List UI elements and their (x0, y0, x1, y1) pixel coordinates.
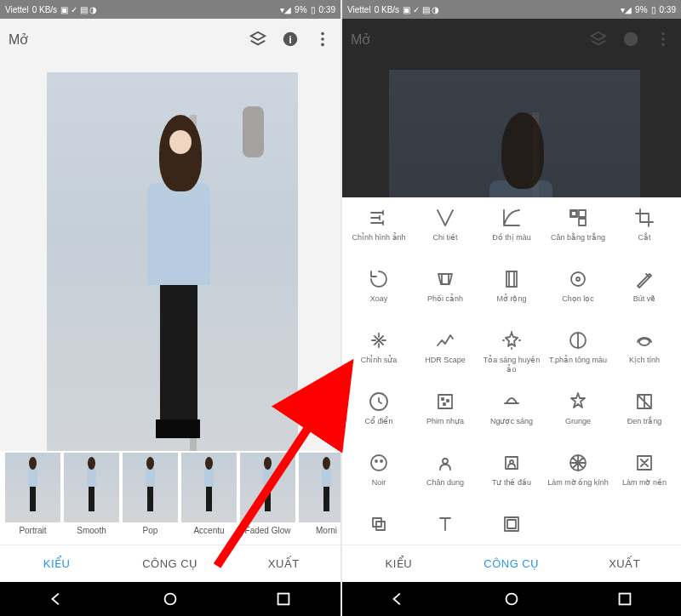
tool-expand[interactable]: Mở rộng (478, 265, 545, 327)
tool-crop[interactable]: Cắt (611, 204, 678, 265)
head-icon (501, 453, 522, 473)
tool-tune[interactable]: Chỉnh hình ảnh (346, 204, 412, 265)
tab-styles[interactable]: KIỂU (0, 545, 113, 582)
wb-icon (568, 208, 588, 228)
tool-head[interactable]: Tư thế đầu (478, 449, 545, 510)
tool-retrolux[interactable]: Ngược sáng (478, 388, 545, 449)
filter-label: Portrait (5, 526, 60, 535)
tab-export[interactable]: XUẤT (568, 545, 681, 582)
tool-brush[interactable]: Bút vẽ (611, 265, 678, 327)
vignette-icon (634, 453, 655, 473)
tool-wb[interactable]: Cân bằng trắng (545, 204, 611, 265)
tool-healing[interactable]: Chỉnh sửa (346, 327, 412, 388)
filter-strip[interactable]: PortraitSmoothPopAccentuFaded GlowMorni (0, 451, 340, 545)
tool-label: Tỏa sáng huyền ảo (480, 356, 543, 374)
tool-label: Chi tiết (432, 233, 457, 242)
bottom-tabs: KIỂU CÔNG CỤ XUẤT (342, 545, 681, 582)
overflow-menu-icon (654, 30, 672, 48)
double-icon (369, 514, 389, 534)
svg-point-11 (506, 594, 518, 605)
tool-grainy[interactable]: Phim nhựa (412, 388, 478, 449)
tool-hdr[interactable]: HDR Scape (412, 327, 478, 388)
tool-tonal[interactable]: T.phản tông màu (545, 327, 611, 388)
tool-lens[interactable]: Làm mờ ống kính (545, 449, 611, 510)
svg-point-5 (165, 594, 176, 605)
details-icon (435, 208, 455, 228)
nav-recents-icon[interactable] (274, 590, 293, 608)
filter-thumb[interactable]: Smooth (64, 453, 119, 545)
tool-frames[interactable] (478, 510, 545, 545)
filter-thumb[interactable]: Portrait (5, 453, 60, 545)
android-nav-bar (0, 582, 340, 616)
tool-portrait[interactable]: Chân dung (412, 449, 478, 510)
tool-grunge[interactable]: Grunge (545, 388, 611, 449)
svg-point-8 (661, 32, 665, 36)
tab-export[interactable]: XUẤT (227, 545, 340, 582)
carrier-label: Viettel (5, 5, 29, 14)
filter-thumb[interactable]: Morni (299, 453, 340, 545)
photo-canvas[interactable] (0, 60, 340, 451)
tool-label: Noir (372, 478, 386, 488)
svg-point-7 (624, 32, 638, 47)
overflow-menu-icon[interactable] (313, 30, 332, 48)
bottom-tabs: KIỂU CÔNG CỤ XUẤT (0, 545, 340, 582)
tool-details[interactable]: Chi tiết (412, 204, 478, 265)
grunge-icon (568, 391, 588, 412)
layers-icon[interactable] (249, 30, 267, 48)
time-label: 0:39 (660, 5, 676, 14)
wifi-icon: ▾◢ (621, 5, 632, 14)
tab-tools[interactable]: CÔNG CỤ (113, 545, 226, 582)
tool-bw[interactable]: Đen trắng (611, 388, 678, 449)
svg-point-4 (321, 43, 324, 47)
tool-selective[interactable]: Chọn lọc (545, 265, 611, 327)
tool-noir[interactable]: Noir (346, 449, 412, 510)
portrait-icon (435, 453, 455, 473)
svg-point-3 (321, 37, 324, 41)
tab-tools[interactable]: CÔNG CỤ (455, 545, 569, 582)
tool-vintage[interactable]: Cổ điển (346, 388, 412, 449)
bw-icon (634, 391, 655, 412)
status-bar: Viettel 0 KB/s ▣ ✓ ▤ ◑ ▾◢ 9% ▯ 0:39 (342, 0, 681, 19)
tool-vignette[interactable]: Làm mờ nền (611, 449, 678, 510)
tab-styles[interactable]: KIỂU (342, 545, 455, 582)
tool-label: Phim nhựa (426, 417, 464, 426)
expand-icon (501, 269, 522, 289)
healing-icon (369, 330, 389, 351)
tool-double[interactable] (346, 510, 412, 545)
open-button[interactable]: Mở (9, 31, 249, 48)
speed-label: 0 KB/s (375, 5, 399, 14)
info-icon[interactable]: i (281, 30, 300, 48)
nav-home-icon[interactable] (161, 590, 180, 608)
frames-icon (501, 514, 522, 534)
nav-back-icon[interactable] (389, 590, 408, 608)
tool-glamour[interactable]: Tỏa sáng huyền ảo (478, 327, 545, 388)
speed-label: 0 KB/s (32, 5, 57, 14)
tool-label: HDR Scape (425, 356, 466, 365)
dimmed-background[interactable]: Mở (342, 19, 681, 197)
tool-rotate[interactable]: Xoay (346, 265, 412, 327)
tool-label: Phối cảnh (427, 294, 463, 304)
tool-label: Làm mờ nền (622, 478, 667, 488)
nav-back-icon[interactable] (48, 590, 66, 608)
tool-drama[interactable]: Kịch tính (611, 327, 678, 388)
tool-label: Chọn lọc (562, 294, 594, 304)
tool-label: T.phản tông màu (549, 356, 607, 365)
nav-home-icon[interactable] (502, 590, 521, 608)
filter-thumb[interactable]: Pop (123, 453, 178, 545)
tool-text[interactable] (412, 510, 478, 545)
battery-label: 9% (635, 5, 647, 14)
tool-label: Chỉnh hình ảnh (352, 233, 405, 242)
tool-perspective[interactable]: Phối cảnh (412, 265, 478, 327)
status-icons: ▣ ✓ ▤ ◑ (60, 5, 97, 14)
svg-point-10 (661, 43, 665, 47)
tool-label: Kịch tính (629, 356, 660, 365)
tool-label: Grunge (565, 417, 591, 426)
battery-icon: ▯ (651, 5, 656, 14)
hdr-icon (435, 330, 455, 351)
tool-curves[interactable]: Đồ thị màu (478, 204, 545, 265)
nav-recents-icon[interactable] (615, 590, 634, 608)
battery-label: 9% (295, 5, 306, 14)
filter-thumb[interactable]: Accentu (181, 453, 237, 545)
android-nav-bar (342, 582, 681, 616)
filter-thumb[interactable]: Faded Glow (240, 453, 295, 545)
